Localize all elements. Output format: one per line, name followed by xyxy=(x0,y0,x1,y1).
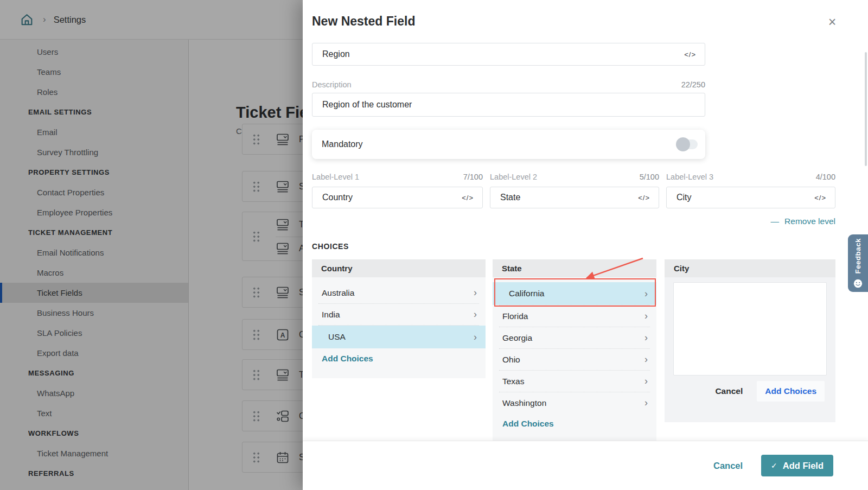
choice-usa[interactable]: USA › xyxy=(312,326,486,348)
code-icon[interactable]: </> xyxy=(462,194,482,202)
mandatory-toggle[interactable] xyxy=(677,139,698,149)
choice-florida[interactable]: Florida › xyxy=(493,306,656,327)
choice-india[interactable]: India › xyxy=(312,304,486,325)
choice-ohio[interactable]: Ohio › xyxy=(493,349,656,370)
choice-label: California xyxy=(509,289,544,298)
choices-column-country: Country Australia › India › USA › xyxy=(312,259,486,378)
choice-washington[interactable]: Washington › xyxy=(493,392,656,413)
minus-icon: — xyxy=(771,217,780,226)
city-column-footer: Cancel Add Choices xyxy=(665,376,835,402)
city-add-choices-button[interactable]: Add Choices xyxy=(757,381,825,402)
choice-georgia[interactable]: Georgia › xyxy=(493,327,656,348)
level1-box: </> xyxy=(312,187,483,208)
description-label-row: Description 22/250 xyxy=(312,80,705,89)
choice-label: Florida xyxy=(502,311,528,321)
description-box xyxy=(312,93,705,117)
screen: › Settings Users Teams Roles EMAIL SETTI… xyxy=(0,0,868,490)
city-column-header: City xyxy=(665,259,835,277)
mandatory-label: Mandatory xyxy=(322,139,363,149)
chevron-right-icon: › xyxy=(644,288,648,300)
chevron-right-icon: › xyxy=(644,376,648,387)
level2-input[interactable] xyxy=(490,193,638,202)
chevron-right-icon: › xyxy=(474,309,477,320)
chevron-right-icon: › xyxy=(644,354,648,365)
choice-label: Washington xyxy=(502,398,546,408)
level1-label: Label-Level 1 xyxy=(312,173,359,181)
feedback-tab[interactable]: Feedback xyxy=(848,234,868,292)
toggle-knob xyxy=(676,137,690,151)
choice-california[interactable]: California › xyxy=(493,282,656,305)
choices-column-state: State California › Florida › Georgia › xyxy=(493,259,656,441)
chevron-right-icon: › xyxy=(474,332,477,343)
choice-label: Texas xyxy=(502,377,525,386)
choices-column-city: City Cancel Add Choices xyxy=(665,259,835,422)
field-name-input[interactable] xyxy=(312,49,684,59)
level1-label-row: Label-Level 1 7/100 xyxy=(312,173,483,181)
modal-footer: Cancel ✓ Add Field xyxy=(303,441,868,490)
add-choices-link-country[interactable]: Add Choices xyxy=(322,354,373,364)
state-column-header: State xyxy=(493,259,656,277)
level3-counter: 4/100 xyxy=(816,173,835,181)
description-label: Description xyxy=(312,80,352,89)
level2-box: </> xyxy=(490,187,659,208)
code-icon[interactable]: </> xyxy=(814,194,835,202)
choice-label: USA xyxy=(328,332,346,342)
code-icon[interactable]: </> xyxy=(638,194,659,202)
remove-level-link[interactable]: Remove level xyxy=(784,217,835,226)
add-choices-link-state[interactable]: Add Choices xyxy=(502,419,554,429)
add-field-button[interactable]: ✓ Add Field xyxy=(761,455,833,476)
description-counter: 22/250 xyxy=(681,80,705,89)
choice-label: Ohio xyxy=(502,355,520,365)
chevron-right-icon: › xyxy=(474,287,477,298)
chevron-right-icon: › xyxy=(644,310,648,322)
level3-label-row: Label-Level 3 4/100 xyxy=(666,173,835,181)
cancel-button[interactable]: Cancel xyxy=(713,461,743,471)
mandatory-row: Mandatory xyxy=(312,130,705,159)
feedback-label: Feedback xyxy=(854,238,862,273)
field-name-box: </> xyxy=(312,43,705,66)
city-cancel-button[interactable]: Cancel xyxy=(715,386,743,396)
remove-level-row: —Remove level xyxy=(312,217,835,226)
choice-texas[interactable]: Texas › xyxy=(493,371,656,392)
choice-label: Georgia xyxy=(502,333,532,343)
level3-input[interactable] xyxy=(667,193,814,202)
choices-heading: CHOICES xyxy=(312,242,349,251)
level2-label-row: Label-Level 2 5/100 xyxy=(490,173,659,181)
level1-input[interactable] xyxy=(312,193,462,202)
level1-counter: 7/100 xyxy=(463,173,483,181)
choice-australia[interactable]: Australia › xyxy=(312,282,486,303)
modal-body: </> Description 22/250 Mandatory Label-L… xyxy=(303,0,868,441)
country-column-header: Country xyxy=(312,259,486,277)
check-icon: ✓ xyxy=(771,461,777,470)
description-input[interactable] xyxy=(312,100,705,110)
choice-label: Australia xyxy=(322,288,354,298)
modal-scrollbar[interactable] xyxy=(865,52,867,166)
add-field-label: Add Field xyxy=(783,461,824,471)
city-choices-empty-box[interactable] xyxy=(673,282,827,376)
choice-label: India xyxy=(322,310,340,320)
chevron-right-icon: › xyxy=(644,332,648,343)
level3-box: </> xyxy=(666,187,835,208)
level2-counter: 5/100 xyxy=(640,173,659,181)
new-nested-field-modal: New Nested Field × </> Description 22/25… xyxy=(303,0,868,490)
smiley-icon xyxy=(853,279,863,288)
level3-label: Label-Level 3 xyxy=(666,173,713,181)
chevron-right-icon: › xyxy=(644,397,648,409)
code-icon[interactable]: </> xyxy=(684,50,705,59)
level2-label: Label-Level 2 xyxy=(490,173,537,181)
